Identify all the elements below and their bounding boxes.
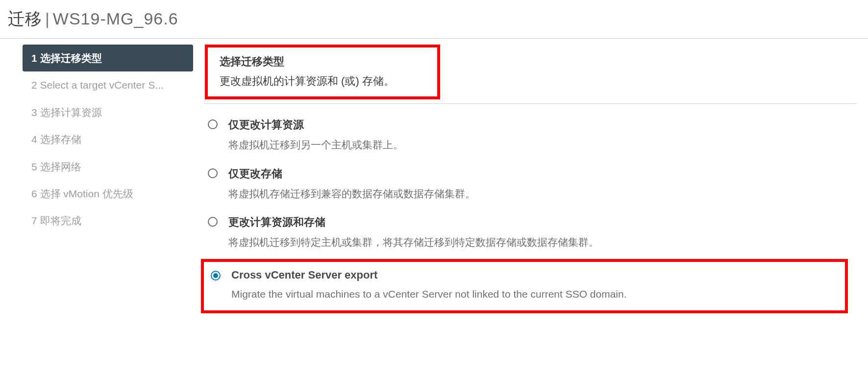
option-cross-vcenter[interactable]: Cross vCenter Server exportMigrate the v… [201, 259, 848, 314]
content-divider [204, 103, 856, 104]
wizard-step-5[interactable]: 5 选择网络 [23, 153, 193, 180]
wizard-step-1[interactable]: 1 选择迁移类型 [23, 45, 193, 71]
radio-cross-vcenter[interactable] [211, 271, 221, 280]
radio-compute-only[interactable] [208, 119, 218, 129]
option-storage-only[interactable]: 仅更改存储将虚拟机存储迁移到兼容的数据存储或数据存储集群。 [208, 162, 856, 210]
page-title: 迁移|WS19-MG_96.6 [0, 0, 868, 39]
content-title: 选择迁移类型 [220, 54, 425, 69]
radio-storage-only[interactable] [208, 168, 218, 178]
content-header-highlight: 选择迁移类型 更改虚拟机的计算资源和 (或) 存储。 [205, 45, 440, 99]
option-title: 仅更改存储 [228, 166, 475, 181]
option-title: Cross vCenter Server export [231, 269, 627, 281]
title-vm-name: WS19-MG_96.6 [53, 9, 178, 28]
option-desc: Migrate the virtual machines to a vCente… [231, 286, 627, 302]
steps-nav: 1 选择迁移类型2 Select a target vCenter S...3 … [23, 45, 193, 313]
wizard-step-2[interactable]: 2 Select a target vCenter S... [23, 71, 193, 98]
radio-compute-storage[interactable] [208, 217, 218, 227]
option-title: 更改计算资源和存储 [228, 215, 599, 230]
option-desc: 将虚拟机迁移到特定主机或集群，将其存储迁移到特定数据存储或数据存储集群。 [228, 234, 599, 250]
wizard-container: 1 选择迁移类型2 Select a target vCenter S...3 … [0, 39, 868, 313]
wizard-step-7[interactable]: 7 即将完成 [23, 207, 193, 234]
option-desc: 将虚拟机存储迁移到兼容的数据存储或数据存储集群。 [228, 186, 475, 202]
wizard-step-3[interactable]: 3 选择计算资源 [23, 99, 193, 126]
step-content: 选择迁移类型 更改虚拟机的计算资源和 (或) 存储。 仅更改计算资源将虚拟机迁移… [193, 45, 868, 313]
wizard-step-4[interactable]: 4 选择存储 [23, 126, 193, 153]
option-desc: 将虚拟机迁移到另一个主机或集群上。 [228, 137, 403, 153]
wizard-step-6[interactable]: 6 选择 vMotion 优先级 [23, 180, 193, 207]
title-prefix: 迁移 [8, 9, 42, 28]
content-subtitle: 更改虚拟机的计算资源和 (或) 存储。 [220, 74, 425, 89]
title-separator: | [45, 9, 50, 28]
option-compute-only[interactable]: 仅更改计算资源将虚拟机迁移到另一个主机或集群上。 [208, 113, 856, 162]
option-title: 仅更改计算资源 [228, 117, 403, 132]
options-group: 仅更改计算资源将虚拟机迁移到另一个主机或集群上。仅更改存储将虚拟机存储迁移到兼容… [205, 113, 856, 313]
option-compute-storage[interactable]: 更改计算资源和存储将虚拟机迁移到特定主机或集群，将其存储迁移到特定数据存储或数据… [208, 210, 856, 259]
